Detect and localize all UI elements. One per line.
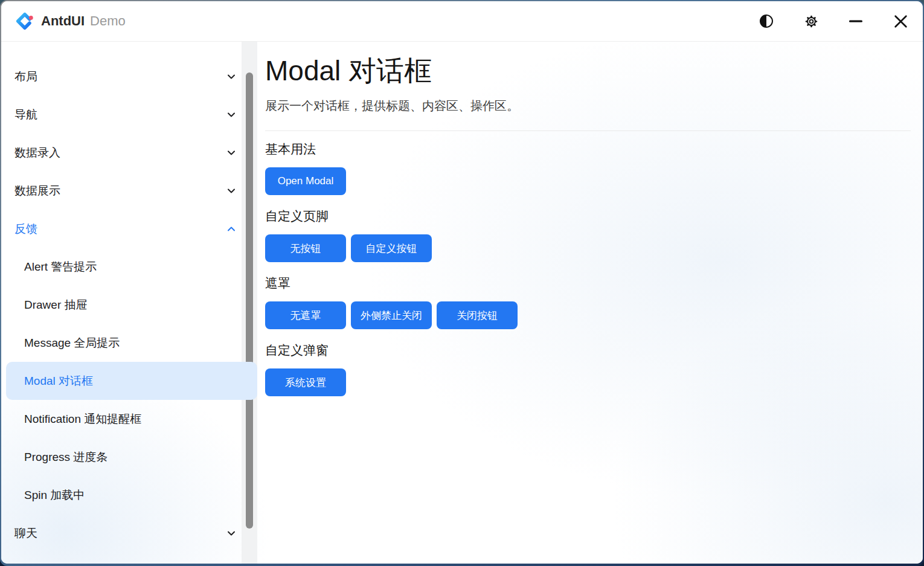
- sidebar-item-notification[interactable]: Notification 通知提醒框: [1, 400, 257, 438]
- button-row: 系统设置: [265, 368, 911, 396]
- sidebar-group-navigation[interactable]: 导航: [1, 95, 257, 133]
- chevron-down-icon: [226, 528, 237, 539]
- section-heading: 基本用法: [265, 141, 911, 158]
- titlebar: AntdUI Demo: [1, 1, 923, 42]
- section-basic-usage: 基本用法 Open Modal: [265, 141, 911, 195]
- chevron-up-icon: [226, 224, 237, 234]
- titlebar-actions: [752, 7, 914, 35]
- close-icon: [893, 13, 909, 30]
- sidebar-group-label: 数据展示: [14, 183, 60, 199]
- settings-button[interactable]: [797, 7, 825, 35]
- system-settings-button[interactable]: 系统设置: [265, 368, 346, 396]
- app-title: AntdUI: [41, 13, 85, 29]
- no-buttons-button[interactable]: 无按钮: [265, 234, 346, 262]
- section-heading: 自定义弹窗: [265, 342, 911, 359]
- chevron-down-icon: [226, 71, 237, 82]
- sidebar-group-data-display[interactable]: 数据展示: [1, 172, 257, 210]
- section-heading: 自定义页脚: [265, 208, 911, 225]
- sidebar-group-label: 数据录入: [14, 145, 60, 161]
- minimize-button[interactable]: [842, 7, 870, 35]
- sidebar-group-label: 导航: [14, 107, 37, 123]
- app-subtitle: Demo: [90, 13, 126, 29]
- sidebar-item-label: Modal 对话框: [24, 373, 93, 389]
- sidebar-item-label: Spin 加载中: [24, 487, 85, 503]
- sidebar-item-label: Message 全局提示: [24, 335, 120, 351]
- chevron-down-icon: [226, 185, 237, 196]
- app-window: AntdUI Demo: [1, 1, 923, 564]
- outside-no-close-button[interactable]: 外侧禁止关闭: [351, 301, 432, 329]
- section-mask: 遮罩 无遮罩 外侧禁止关闭 关闭按钮: [265, 275, 911, 329]
- no-mask-button[interactable]: 无遮罩: [265, 301, 346, 329]
- chevron-down-icon: [226, 109, 237, 120]
- contrast-half-circle-icon: [759, 13, 774, 29]
- sidebar-item-drawer[interactable]: Drawer 抽屉: [1, 286, 257, 324]
- open-modal-button[interactable]: Open Modal: [265, 167, 346, 195]
- sidebar-group-label: 反馈: [14, 221, 37, 237]
- page-description: 展示一个对话框，提供标题、内容区、操作区。: [265, 98, 911, 114]
- sidebar-group-chat[interactable]: 聊天: [1, 514, 257, 552]
- app-body: 布局 导航 数据录入: [1, 42, 923, 564]
- theme-toggle-button[interactable]: [752, 7, 780, 35]
- section-custom-dialog: 自定义弹窗 系统设置: [265, 342, 911, 396]
- main-content: Modal 对话框 展示一个对话框，提供标题、内容区、操作区。 基本用法 Ope…: [257, 42, 923, 564]
- divider: [265, 130, 911, 131]
- gear-icon: [803, 13, 820, 30]
- sidebar-group-label: 布局: [14, 69, 37, 85]
- page-title: Modal 对话框: [265, 53, 911, 90]
- button-row: 无遮罩 外侧禁止关闭 关闭按钮: [265, 301, 911, 329]
- sidebar: 布局 导航 数据录入: [1, 42, 257, 564]
- window-frame: AntdUI Demo: [0, 0, 924, 566]
- app-logo-icon: [16, 12, 34, 30]
- sidebar-item-message[interactable]: Message 全局提示: [1, 324, 257, 362]
- sidebar-group-data-entry[interactable]: 数据录入: [1, 133, 257, 172]
- sidebar-item-label: Notification 通知提醒框: [24, 411, 141, 427]
- sidebar-item-alert[interactable]: Alert 警告提示: [1, 248, 257, 286]
- sidebar-group-label: 聊天: [14, 526, 37, 541]
- sidebar-group-feedback[interactable]: 反馈: [1, 210, 257, 248]
- minimize-icon: [848, 13, 864, 29]
- custom-buttons-button[interactable]: 自定义按钮: [351, 234, 432, 262]
- close-btn-demo-button[interactable]: 关闭按钮: [437, 301, 518, 329]
- sidebar-item-spin[interactable]: Spin 加载中: [1, 476, 257, 514]
- sidebar-item-label: Progress 进度条: [24, 449, 107, 465]
- sidebar-item-modal[interactable]: Modal 对话框: [6, 362, 257, 400]
- chevron-down-icon: [226, 147, 237, 158]
- close-button[interactable]: [887, 7, 914, 35]
- sidebar-group-layout[interactable]: 布局: [1, 57, 257, 95]
- sidebar-item-progress[interactable]: Progress 进度条: [1, 438, 257, 476]
- sidebar-item-label: Drawer 抽屉: [24, 297, 88, 313]
- button-row: 无按钮 自定义按钮: [265, 234, 911, 262]
- section-heading: 遮罩: [265, 275, 911, 292]
- sidebar-item-label: Alert 警告提示: [24, 259, 97, 275]
- section-custom-footer: 自定义页脚 无按钮 自定义按钮: [265, 208, 911, 262]
- button-row: Open Modal: [265, 167, 911, 195]
